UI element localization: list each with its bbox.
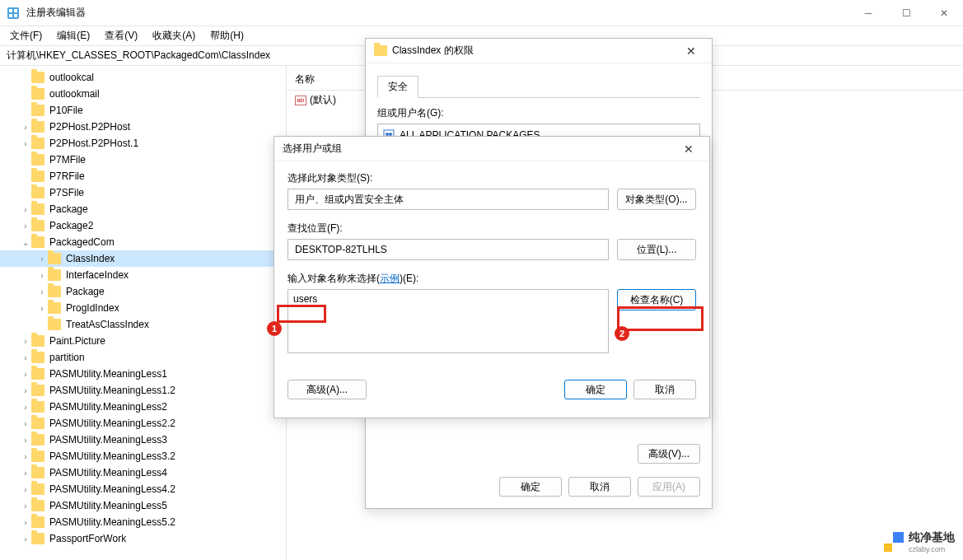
tree-item-label: PassportForWork (49, 533, 126, 544)
chevron-right-icon[interactable]: › (36, 254, 48, 264)
menu-help[interactable]: 帮助(H) (203, 27, 250, 44)
chevron-right-icon[interactable]: › (20, 518, 31, 527)
select-cancel-button[interactable]: 取消 (633, 380, 696, 399)
chevron-down-icon[interactable]: ⌄ (20, 238, 31, 247)
chevron-right-icon[interactable]: › (36, 304, 48, 313)
locations-button[interactable]: 位置(L)... (617, 239, 696, 260)
window-title: 注册表编辑器 (26, 6, 849, 20)
tree-item[interactable]: ›PassportForWork (0, 530, 286, 547)
close-button[interactable]: ✕ (925, 0, 963, 26)
tree-item[interactable]: ›partition (0, 349, 286, 366)
tab-security[interactable]: 安全 (377, 76, 418, 98)
folder-icon (31, 335, 44, 347)
perm-ok-button[interactable]: 确定 (499, 477, 562, 497)
chevron-right-icon[interactable]: › (20, 534, 31, 544)
chevron-right-icon[interactable]: › (36, 287, 48, 296)
object-names-input[interactable] (287, 289, 609, 353)
tree-item-label: Paint.Picture (49, 335, 105, 347)
tree-item[interactable]: ›PASMUtility.MeaningLess4 (0, 464, 286, 481)
chevron-right-icon[interactable]: › (20, 222, 31, 231)
tree-item[interactable]: ›PASMUtility.MeaningLess1.2 (0, 382, 286, 399)
tree-item[interactable]: ›ClassIndex (0, 250, 286, 267)
chevron-right-icon[interactable]: › (20, 502, 31, 511)
tree-item[interactable]: P7SFile (0, 184, 286, 201)
perm-apply-button[interactable]: 应用(A) (638, 477, 700, 497)
tree-item-label: PASMUtility.MeaningLess4.2 (49, 483, 175, 495)
tree-item[interactable]: P10File (0, 102, 286, 119)
tree-item[interactable]: ›PASMUtility.MeaningLess1 (0, 366, 286, 382)
tree-item-label: PASMUtility.MeaningLess5 (49, 500, 167, 511)
tree-item[interactable]: ›P2PHost.P2PHost (0, 119, 286, 135)
select-advanced-button[interactable]: 高级(A)... (287, 380, 367, 399)
tree-item[interactable]: ›PASMUtility.MeaningLess2.2 (0, 415, 286, 432)
tree-item[interactable]: ›PASMUtility.MeaningLess5.2 (0, 514, 286, 530)
object-types-button[interactable]: 对象类型(O)... (617, 189, 696, 210)
menu-view[interactable]: 查看(V) (98, 27, 144, 44)
select-ok-button[interactable]: 确定 (564, 380, 627, 399)
tree-item[interactable]: P7MFile (0, 152, 286, 168)
chevron-right-icon[interactable]: › (20, 353, 31, 362)
tree-item-label: ClassIndex (66, 253, 115, 264)
location-label: 查找位置(F): (287, 222, 696, 236)
chevron-right-icon[interactable]: › (20, 370, 31, 379)
folder-icon (48, 302, 61, 314)
tree-item[interactable]: outlookcal (0, 69, 286, 86)
folder-icon (31, 368, 44, 380)
perm-advanced-partial[interactable]: 高级(V)... (638, 444, 700, 464)
folder-icon (374, 45, 387, 56)
tree-item-label: ProgIdIndex (66, 302, 119, 314)
tree-panel[interactable]: outlookcaloutlookmailP10File›P2PHost.P2P… (0, 66, 287, 560)
chevron-right-icon[interactable]: › (20, 139, 31, 148)
chevron-right-icon[interactable]: › (20, 436, 31, 445)
tree-item[interactable]: outlookmail (0, 86, 286, 102)
menu-edit[interactable]: 编辑(E) (50, 27, 96, 44)
tree-item-label: PASMUtility.MeaningLess4 (49, 467, 167, 478)
chevron-right-icon[interactable]: › (20, 485, 31, 494)
minimize-button[interactable]: ─ (849, 0, 887, 26)
chevron-right-icon[interactable]: › (20, 469, 31, 478)
tree-item[interactable]: TreatAsClassIndex (0, 316, 286, 333)
folder-icon (31, 401, 44, 413)
chevron-right-icon[interactable]: › (20, 403, 31, 412)
tree-item[interactable]: ›Package (0, 283, 286, 300)
watermark-logo (884, 532, 904, 552)
group-users-label: 组或用户名(G): (377, 106, 700, 120)
chevron-right-icon[interactable]: › (20, 419, 31, 428)
perm-close-button[interactable]: ✕ (679, 44, 704, 58)
folder-icon (48, 319, 61, 330)
tree-item[interactable]: ›PASMUtility.MeaningLess3 (0, 432, 286, 448)
chevron-right-icon[interactable]: › (20, 386, 31, 395)
menu-favorites[interactable]: 收藏夹(A) (146, 27, 202, 44)
folder-icon (31, 516, 44, 528)
maximize-button[interactable]: ☐ (887, 0, 925, 26)
tree-item[interactable]: ›PASMUtility.MeaningLess3.2 (0, 448, 286, 464)
tree-item[interactable]: P7RFile (0, 168, 286, 184)
tree-item[interactable]: ›PASMUtility.MeaningLess4.2 (0, 481, 286, 497)
tree-item-label: Package2 (49, 220, 93, 231)
tree-item[interactable]: ›P2PHost.P2PHost.1 (0, 135, 286, 152)
folder-icon (31, 483, 44, 495)
tree-item-label: PASMUtility.MeaningLess1 (49, 368, 167, 380)
select-close-button[interactable]: ✕ (676, 142, 701, 156)
tree-item[interactable]: ⌄PackagedCom (0, 234, 286, 250)
tree-item[interactable]: ›InterfaceIndex (0, 267, 286, 283)
tree-item[interactable]: ›Package (0, 201, 286, 217)
chevron-right-icon[interactable]: › (20, 123, 31, 132)
examples-link[interactable]: 示例 (380, 273, 400, 284)
tree-item[interactable]: ›ProgIdIndex (0, 300, 286, 316)
chevron-right-icon[interactable]: › (20, 337, 31, 346)
chevron-right-icon[interactable]: › (36, 271, 48, 280)
menu-file[interactable]: 文件(F) (3, 27, 49, 44)
tree-item[interactable]: ›PASMUtility.MeaningLess5 (0, 497, 286, 514)
perm-cancel-button[interactable]: 取消 (568, 477, 631, 497)
tree-item[interactable]: ›Package2 (0, 217, 286, 234)
folder-icon (31, 467, 44, 478)
chevron-right-icon[interactable]: › (20, 205, 31, 214)
folder-icon (31, 533, 44, 544)
check-names-button[interactable]: 检查名称(C) (617, 289, 696, 310)
annotation-badge-1: 1 (267, 321, 282, 336)
tree-item[interactable]: ›PASMUtility.MeaningLess2 (0, 399, 286, 415)
chevron-right-icon[interactable]: › (20, 452, 31, 461)
tree-item[interactable]: ›Paint.Picture (0, 333, 286, 349)
tree-item-label: Package (66, 286, 105, 297)
